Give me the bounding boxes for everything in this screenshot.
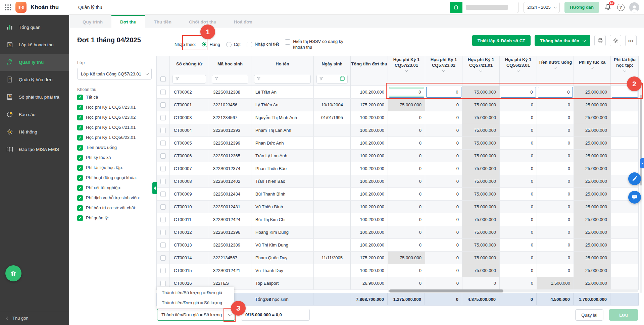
chevron-down-icon[interactable] [405,69,408,72]
fee-filter-item[interactable]: ✓Phí xét tốt nghiệp: [77,185,156,191]
row-checkbox[interactable] [160,217,166,222]
help-icon[interactable]: ? [617,4,625,11]
chevron-down-icon[interactable] [554,66,556,69]
fee-filter-item[interactable]: ✓Phí bảo trì cơ sở vật chất: [77,205,156,211]
row-checkbox[interactable] [160,90,166,95]
print-button[interactable] [594,35,606,46]
notification-bell-icon[interactable]: 9+ [604,3,612,12]
row-checkbox[interactable] [160,230,166,235]
row-checkbox[interactable] [160,268,166,273]
row-checkbox-cell [157,111,170,124]
row-checkbox[interactable] [160,192,166,197]
promo-gift-icon[interactable] [5,265,21,281]
row-checkbox[interactable] [160,153,166,159]
row-checkbox[interactable] [160,166,166,171]
fee-cell: 0 [425,162,462,175]
chat-support-button[interactable] [628,191,641,204]
row-checkbox[interactable] [160,255,166,261]
sidebar-item-2[interactable]: $Lập kế hoạch thu [0,36,69,54]
fee-filter-item[interactable]: ✓Phí quản lý: [77,215,156,221]
fee-filter-item[interactable]: ✓Phí ký túc xá [77,155,156,161]
row-checkbox[interactable] [160,141,166,146]
chevron-down-icon[interactable] [442,69,445,72]
sidebar-item-1[interactable]: Tổng quan [0,19,69,36]
feedback-brush-button[interactable] [628,172,641,185]
fee-cell: 0 [500,252,537,264]
user-avatar[interactable] [629,2,639,12]
horizontal-scrollbar[interactable] [388,289,638,292]
fee-filter-item[interactable]: ✓Học phí Kỳ 1 CQ57/23.01 [77,105,156,110]
column-filter-input[interactable] [254,75,311,84]
sidebar-item-3[interactable]: $Quản lý thu [0,54,69,71]
tab-2[interactable]: Đợt thu [111,15,145,28]
fee-filter-item[interactable]: ✓Phí dịch vụ hỗ trợ sinh viên: [77,195,156,201]
radio-hang[interactable]: Hàng [202,42,220,47]
tab-5[interactable]: Hoá đơn [225,15,261,28]
settings-gear-button[interactable] [610,35,621,46]
fee-amount-input[interactable]: 0 [538,87,573,98]
calc-mode-select[interactable]: Thành tiền/Đơn giá = Số lượng [157,309,235,321]
fee-cell [611,99,638,111]
row-checkbox[interactable] [160,102,166,108]
column-filter-input[interactable] [212,75,248,84]
fee-filter-item[interactable]: ✓Học phí Kỳ 1 CQ57/21.01 [77,125,156,130]
checkbox-nhap-chi-tiet[interactable]: Nhập chi tiết [247,42,279,47]
guide-button[interactable]: Hướng dẫn [564,2,599,13]
sidebar-item-8[interactable]: Đào tạo MISA EMIS [0,141,69,158]
school-year-select[interactable]: 2024 - 2025 [524,2,560,13]
vertical-scrollbar-thumb[interactable] [640,95,642,185]
row-checkbox[interactable] [160,242,166,248]
row-checkbox[interactable] [160,179,166,184]
more-options-button[interactable]: ••• [625,35,637,46]
calc-mode-option-1[interactable]: Thành tiền/Số lượng = Đơn giá [157,287,234,297]
setup-numbering-button[interactable]: Thiết lập & Đánh số CT [472,35,531,46]
vertical-scrollbar[interactable] [640,86,642,293]
chevron-down-icon[interactable] [517,69,519,72]
panel-collapse-handle[interactable] [152,182,157,194]
calc-mode-option-2[interactable]: Thành tiền/Đơn giá = Số lượng [157,297,234,308]
tab-3[interactable]: Thu tiền [145,15,181,28]
chevron-down-icon[interactable] [591,66,593,69]
fee-amount-input[interactable]: 0 [389,87,424,98]
checked-checkbox-icon: ✓ [77,115,83,120]
global-search [450,2,519,13]
select-all-checkbox[interactable] [160,76,166,82]
tab-1[interactable]: Quy trình [74,15,111,28]
edge-panel-toggle[interactable] [640,158,644,168]
sidebar-item-6[interactable]: Báo cáo [0,106,69,123]
fee-filter-item[interactable]: ✓Tất cả [77,95,156,100]
sidebar-item-4[interactable]: Quản lý hóa đơn [0,71,69,89]
column-filter-input[interactable] [172,75,206,84]
fee-filter-item[interactable]: ✓Học phí Kỳ 1 CQ56/23.01 [77,135,156,141]
fee-filter-item[interactable]: ✓Phí tài liệu học tập: [77,165,156,171]
save-button[interactable]: Lưu [609,309,638,321]
chevron-down-icon[interactable] [623,69,626,72]
sidebar-item-5[interactable]: $Sổ phải thu, phải trả [0,89,69,106]
payment-notice-button[interactable]: Thông báo thu tiền [535,35,590,46]
horizontal-scrollbar-thumb[interactable] [389,289,503,292]
class-select[interactable]: Lớp Kế toán Công CQ57/23.01 [77,68,152,80]
app-grid-icon[interactable] [5,4,11,11]
back-button[interactable]: Quay lại [575,309,603,321]
fee-filter-item[interactable]: ✓Phí hoạt động ngoại khóa: [77,175,156,181]
chevron-down-icon[interactable] [480,69,482,72]
calendar-icon[interactable] [340,76,345,82]
row-checkbox[interactable] [160,128,166,133]
sidebar-collapse-button[interactable]: Thu gọn [0,311,69,325]
home-button[interactable] [450,2,462,13]
row-checkbox[interactable] [160,204,166,210]
radio-cot[interactable]: Cột [226,42,241,47]
row-checkbox[interactable] [160,281,166,286]
fee-filter-item[interactable]: ✓Học phí Kỳ 1 CQ57/23.02 [77,115,156,120]
fee-filter-item[interactable]: ✓Tiền nước uống [77,145,156,151]
row-checkbox[interactable] [160,115,166,120]
fee-amount-input[interactable]: 0 [501,87,536,98]
checkbox-hien-thi-hssv[interactable]: Hiển thị HSSV có đăng ký khoản thu [285,39,353,50]
top-menu-quan-ly-thu[interactable]: Quản lý thu [78,5,102,10]
global-search-input[interactable] [462,2,519,13]
dob-filter-input[interactable] [316,75,348,84]
fee-amount-input[interactable] [612,87,638,98]
sidebar-item-7[interactable]: Hệ thống [0,123,69,141]
fee-amount-input[interactable]: 0 [426,87,461,98]
tab-4[interactable]: Chốt đợt thu [180,15,225,28]
